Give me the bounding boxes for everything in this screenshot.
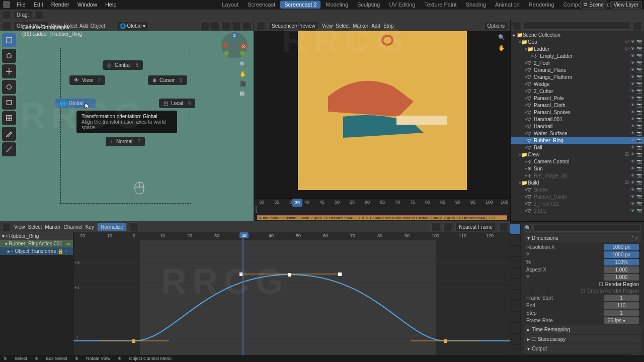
hide-viewport-icon[interactable]: 👁 [630, 173, 635, 178]
viewlayer-selector[interactable]: View Layer [610, 1, 642, 9]
scene-selector[interactable]: ⧉Scene [580, 1, 607, 9]
hide-viewport-icon[interactable]: 👁 [630, 88, 635, 94]
hide-render-icon[interactable]: 📷 [636, 145, 642, 150]
hide-viewport-icon[interactable]: 👁 [630, 138, 635, 143]
hide-viewport-icon[interactable]: 👁 [630, 110, 635, 115]
props-search-icon[interactable]: 🔍 [524, 225, 531, 232]
tool-select-box[interactable] [2, 33, 16, 47]
hide-viewport-icon[interactable]: 👁 [630, 81, 635, 86]
seq-menu-marker[interactable]: Marker [353, 23, 368, 29]
editor-type-icon[interactable] [513, 21, 522, 30]
input-aspect-y[interactable]: 1.000 [604, 274, 639, 281]
editor-type-icon[interactable] [2, 21, 11, 30]
viewport-menu-object[interactable]: Object [91, 23, 105, 29]
shading-solid-icon[interactable] [221, 21, 230, 30]
seq-menu-view[interactable]: View [322, 23, 333, 29]
tool-transform[interactable] [2, 111, 16, 125]
sequencer-preview[interactable]: 🔍 ✋ [254, 31, 510, 198]
props-tab-constraints[interactable] [510, 323, 520, 333]
zoom-icon[interactable]: 🔍 [498, 34, 505, 41]
outliner-row[interactable]: ▾ ☀Sun👁📷 [511, 165, 644, 172]
shading-wireframe-icon[interactable] [211, 21, 220, 30]
outliner-row[interactable]: ▾ ▽Rubber_Ring👁📷 [511, 137, 644, 144]
keyframe-handle[interactable] [338, 273, 342, 276]
workspace-tab[interactable]: Screencast [244, 1, 279, 9]
hide-viewport-icon[interactable]: 👁 [630, 166, 635, 171]
props-tab-data[interactable] [510, 334, 520, 344]
menu-render[interactable]: Render [48, 1, 73, 9]
input-frame-end[interactable]: 110 [604, 302, 639, 309]
input-res-pct[interactable]: 100% [604, 259, 639, 265]
hide-viewport-icon[interactable]: 👁 [630, 201, 635, 206]
props-tab-modifiers[interactable] [510, 290, 520, 300]
outliner-row[interactable]: ▾ ▽Ball👁📷 [511, 144, 644, 151]
hide-render-icon[interactable]: 📷 [636, 173, 642, 178]
hide-render-icon[interactable]: 📷 [636, 152, 642, 157]
tool-annotate[interactable] [2, 127, 16, 141]
outliner-search[interactable] [524, 22, 631, 30]
outliner-row[interactable]: ▾ ▽2_Pool👁📷 [511, 59, 644, 66]
menu-file[interactable]: File [13, 1, 29, 9]
hide-viewport-icon[interactable]: 👁 [630, 159, 635, 164]
shading-rendered-icon[interactable] [243, 21, 252, 30]
hide-viewport-icon[interactable]: 👁 [630, 124, 635, 129]
hide-viewport-icon[interactable]: 👁 [630, 208, 635, 213]
hide-render-icon[interactable]: 📷 [636, 187, 642, 192]
dropdown-frame-rate[interactable]: 25 fps ▾ [604, 317, 639, 324]
workspace-tab[interactable]: Modeling [321, 1, 352, 9]
outliner-row[interactable]: ▾ ▽Orange_Platform👁📷 [511, 73, 644, 80]
hide-render-icon[interactable]: 📷 [636, 201, 642, 206]
graph-menu-channel[interactable]: Channel [63, 224, 82, 230]
outliner-row[interactable]: ▾ ▽Handrail👁📷 [511, 123, 644, 130]
input-res-y[interactable]: 1080 px [604, 251, 639, 258]
props-tab-output[interactable] [510, 235, 520, 245]
hide-viewport-icon[interactable]: 👁 [630, 74, 635, 79]
tool-scale[interactable] [2, 96, 16, 110]
outliner-row[interactable]: ▾ 📁Crew☑ 👁📷 [511, 151, 644, 158]
outliner-row[interactable]: ▾ ▽2_Cutter👁📷 [511, 87, 644, 95]
menu-help[interactable]: Help [102, 1, 120, 9]
editor-type-icon[interactable] [2, 222, 11, 231]
props-tab-viewlayer[interactable] [510, 246, 520, 256]
hide-viewport-icon[interactable]: 👁 [630, 152, 635, 157]
editor-type-icon[interactable] [2, 11, 11, 20]
sequencer-mode-dropdown[interactable]: Sequencer/Preview [268, 22, 319, 30]
outliner-row[interactable]: ▾ ▽Wedge👁📷 [511, 80, 644, 87]
hide-render-icon[interactable]: 📷 [636, 117, 642, 122]
panel-output[interactable]: ▾ Output [524, 344, 641, 353]
hide-render-icon[interactable]: 📷 [636, 131, 642, 136]
graph-menu-select[interactable]: Select [28, 224, 42, 230]
tool-cursor[interactable] [2, 49, 16, 63]
graph-menu-marker[interactable]: Marker [45, 224, 60, 230]
sequencer-timeline[interactable]: 303539404550556065707580859095100105 39 … [254, 198, 510, 212]
hide-viewport-icon[interactable]: 👁 [630, 96, 635, 101]
hide-render-icon[interactable]: 📷 [636, 103, 642, 108]
viewport-3d[interactable]: Object Mode View Select Add Object 🌐 Glo… [0, 20, 254, 221]
graph-canvas[interactable]: -20-10010203039405060708090100110120130 … [73, 232, 510, 356]
outliner-row[interactable]: ▾ ▽2.001👁📷 [511, 207, 644, 214]
normalize-reset-icon[interactable] [130, 222, 139, 231]
seq-playhead[interactable]: 39 [292, 199, 302, 207]
zoom-icon[interactable]: 🔍 [239, 61, 247, 68]
workspace-tab[interactable]: Rendering [525, 1, 558, 9]
input-frame-start[interactable]: 1 [604, 295, 639, 301]
outliner-row[interactable]: ▾ ▽Parasol_Spokes👁📷 [511, 109, 644, 116]
panel-dimensions[interactable]: ▾ Dimensions⋮≡ [524, 234, 641, 242]
outliner-row[interactable]: ▾ ▽Water_Surface👁📷 [511, 130, 644, 137]
workspace-tab[interactable]: Texture Paint [420, 1, 460, 9]
sequencer-strip[interactable]: Nuria madrid Cristian Garcia 2 grab 110 … [257, 215, 507, 220]
shading-matprev-icon[interactable] [232, 21, 241, 30]
outliner-row[interactable]: ▾ ▽Parasol_Cloth👁📷 [511, 102, 644, 109]
outliner-row[interactable]: ▾ ▽Parasol_Pole👁📷 [511, 95, 644, 102]
workspace-tab[interactable]: UV Editing [385, 1, 419, 9]
pie-item-view[interactable]: 👁View7 [69, 75, 105, 85]
outliner-row[interactable]: ▾ ⊹Camera Control👁📷 [511, 158, 644, 165]
hide-viewport-icon[interactable]: 👁 [630, 194, 635, 199]
normalize-toggle[interactable]: Normalize [97, 223, 127, 231]
hide-viewport-icon[interactable]: 👁 [630, 67, 635, 72]
hide-render-icon[interactable]: 📷 [636, 208, 642, 213]
outliner-filter-icon[interactable] [633, 21, 642, 30]
pie-item-local[interactable]: ◳Local6 [159, 99, 195, 108]
outliner-row[interactable]: ▾ ▽Parasol_Guide👁📷 [511, 193, 644, 200]
outliner-row[interactable]: ▾ ⊹Empty_Ladder👁📷 [511, 52, 644, 59]
